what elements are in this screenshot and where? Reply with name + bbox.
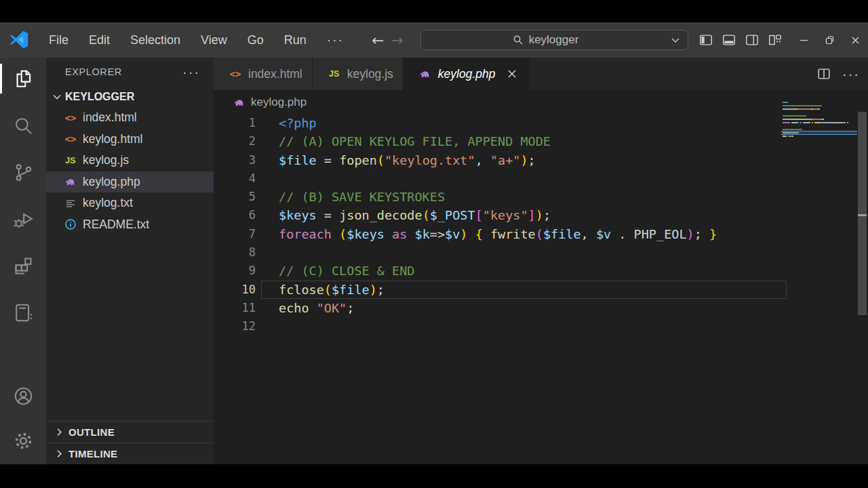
code-editor[interactable]: 1<?php2// (A) OPEN KEYLOG FILE, APPEND M… [214,114,868,464]
menu-edit[interactable]: Edit [79,22,120,58]
menu-selection[interactable]: Selection [120,22,191,58]
minimap-line [783,125,856,127]
editor-actions: ··· [816,58,860,90]
tab-bar: <>index.htmlJSkeylog.jskeylog.php [214,58,868,90]
search-icon [513,35,524,45]
tab-index.html[interactable]: <>index.html [214,58,313,90]
php-file-icon [233,96,246,109]
more-actions-icon[interactable]: ··· [842,66,860,81]
vertical-scrollbar[interactable] [858,112,867,315]
file-row-keylog.txt[interactable]: keylog.txt [46,192,214,214]
command-center-search[interactable]: keylogger [420,30,688,50]
settings-icon[interactable] [0,420,46,462]
source-control-icon[interactable] [0,151,46,193]
menu-file[interactable]: File [39,22,79,58]
search-value: keylogger [529,33,579,47]
minimap[interactable] [783,102,856,149]
minimap-line [783,122,856,123]
scrollbar-cursor-mark [858,214,867,216]
account-icon[interactable] [0,375,46,417]
tab-keylog.php[interactable]: keylog.php [403,58,529,90]
code-line-10: 10fclose($file); [214,281,868,299]
tab-keylog.js[interactable]: JSkeylog.js [313,58,403,90]
notebook-icon[interactable] [0,291,46,333]
info-file-icon [64,218,77,231]
breadcrumb[interactable]: keylog.php [214,90,868,114]
folder-label: KEYLOGGER [65,91,134,103]
search-icon[interactable] [0,104,46,146]
section-outline[interactable]: OUTLINE [46,421,214,443]
close-window-button[interactable] [842,22,868,58]
run-debug-icon[interactable] [0,198,46,240]
code-line-4: 4 [214,169,868,188]
explorer-icon[interactable] [0,58,46,100]
file-row-keylog.php[interactable]: keylog.php [46,171,214,193]
code-text: // (C) CLOSE & END [279,262,414,280]
js-file-icon: JS [64,154,77,167]
file-row-keylog.js[interactable]: JSkeylog.js [46,150,214,171]
activity-bar [0,58,46,464]
line-number: 11 [214,299,256,317]
nav-back-icon[interactable]: ← [372,32,384,49]
file-row-README.txt[interactable]: README.txt [46,214,214,236]
explorer-title: EXPLORER [65,66,122,77]
menu-go[interactable]: Go [237,22,274,58]
close-tab-icon[interactable] [505,67,519,81]
layout-controls [698,22,783,58]
minimap-line [783,129,856,130]
folder-row-keylogger[interactable]: KEYLOGGER [46,86,214,107]
nav-forward-icon[interactable]: → [391,32,403,49]
title-bar: FileEditSelectionViewGoRun··· ← → keylog… [0,22,868,58]
menu-bar: FileEditSelectionViewGoRun··· [39,22,354,58]
editor-group: <>index.htmlJSkeylog.jskeylog.php ··· ke… [214,58,868,464]
letterbox-top [0,0,868,22]
chevron-right-icon [54,449,64,459]
file-list: <>index.html<>keylog.htmlJSkeylog.jskeyl… [46,107,214,235]
line-number: 5 [214,188,256,206]
toggle-panel-icon[interactable] [722,33,736,47]
code-line-9: 9// (C) CLOSE & END [214,262,868,280]
file-label: keylog.js [83,153,129,167]
menu-more-icon[interactable]: ··· [317,22,354,58]
file-label: keylog.html [83,132,143,146]
customize-layout-icon[interactable] [768,33,783,47]
toggle-secondary-sidebar-icon[interactable] [745,33,760,47]
minimap-line [783,102,856,103]
section-timeline[interactable]: TIMELINE [46,443,214,464]
chevron-down-icon [52,92,62,102]
code-line-5: 5// (B) SAVE KEYSTROKES [214,188,868,206]
line-number: 10 [214,281,256,299]
restore-button[interactable] [816,22,842,58]
explorer-more-actions-icon[interactable]: ··· [182,64,200,80]
line-number: 4 [214,169,256,188]
file-label: keylog.php [83,175,140,189]
sidebar-sections: OUTLINETIMELINE [46,421,214,464]
code-line-11: 11echo "OK"; [214,299,868,317]
menu-view[interactable]: View [191,22,237,58]
minimap-line [783,105,856,106]
split-editor-icon[interactable] [816,66,831,81]
minimap-line [783,136,856,137]
code-line-2: 2// (A) OPEN KEYLOG FILE, APPEND MODE [214,132,868,150]
extensions-icon[interactable] [0,245,46,287]
php-file-icon [64,175,77,188]
tab-label: keylog.php [438,67,496,81]
file-row-index.html[interactable]: <>index.html [46,107,214,129]
html-file-icon: <> [64,111,77,125]
code-line-3: 3$file = fopen("keylog.txt", "a+"); [214,151,868,169]
line-number: 12 [214,317,256,336]
toggle-sidebar-icon[interactable] [698,33,713,47]
window-controls [791,22,868,58]
minimap-line [783,119,856,120]
minimize-button[interactable] [791,22,816,58]
code-text: echo "OK"; [279,299,354,317]
menu-run[interactable]: Run [274,22,317,58]
line-number: 6 [214,206,256,224]
file-row-keylog.html[interactable]: <>keylog.html [46,129,214,150]
html-file-icon: <> [64,132,77,146]
code-text: fclose($file); [279,281,384,299]
chevron-down-icon[interactable] [670,35,681,45]
vscode-logo-icon [9,30,29,50]
line-number: 1 [214,114,256,132]
minimap-line [783,115,856,117]
